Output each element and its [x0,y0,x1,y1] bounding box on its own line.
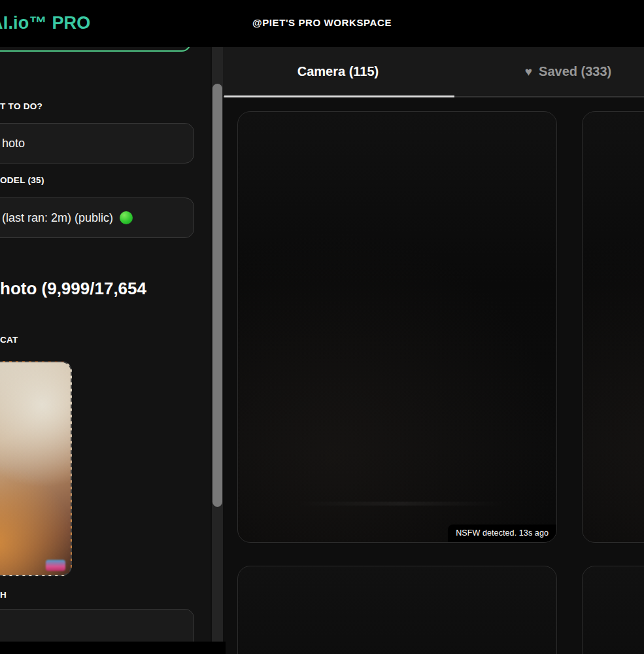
what-to-do-label: T TO DO? [0,101,42,111]
h-label: H [0,590,7,600]
header: AI.io™ PRO @PIET'S PRO WORKSPACE [0,0,644,47]
active-tab-underline [224,95,454,97]
image-card[interactable] [582,111,644,543]
credits-heading: hoto (9,999/17,654 [0,279,146,299]
workspace-title: @PIET'S PRO WORKSPACE [0,17,644,28]
tab-camera[interactable]: Camera (115) [223,47,453,96]
image-card[interactable] [582,566,644,654]
app-window: T TO DO? hoto ODEL (35) (last ran: 2m) (… [0,0,644,654]
card-highlight [297,502,506,506]
watermark-icon [46,560,65,571]
tab-camera-label: Camera (115) [297,64,379,79]
sidebar-scrollbar-thumb[interactable] [212,84,222,507]
what-to-do-value: hoto [2,137,25,150]
tab-bar: Camera (115) ♥ Saved (333) [223,47,644,97]
image-card[interactable]: NSFW detected. 13s ago [237,111,557,543]
what-to-do-select[interactable]: hoto [0,123,194,164]
main-content: Camera (115) ♥ Saved (333) NSFW detected… [223,47,644,654]
cat-label: CAT [0,335,18,345]
image-card[interactable] [237,566,557,654]
sidebar-scrollbar-track[interactable] [212,47,223,642]
image-grid: NSFW detected. 13s ago [237,111,644,654]
tab-saved[interactable]: ♥ Saved (333) [453,47,644,96]
model-value: (last ran: 2m) (public) [2,211,113,225]
heart-icon: ♥ [525,65,532,78]
reference-image-thumbnail[interactable] [0,361,72,576]
sidebar: T TO DO? hoto ODEL (35) (last ran: 2m) (… [0,47,211,654]
model-label: ODEL (35) [0,175,44,185]
tab-saved-label: Saved (333) [539,64,611,79]
model-select[interactable]: (last ran: 2m) (public) [0,198,194,238]
green-dot-icon [120,211,133,224]
nsfw-badge: NSFW detected. 13s ago [448,525,556,542]
sidebar-footer [0,642,226,654]
